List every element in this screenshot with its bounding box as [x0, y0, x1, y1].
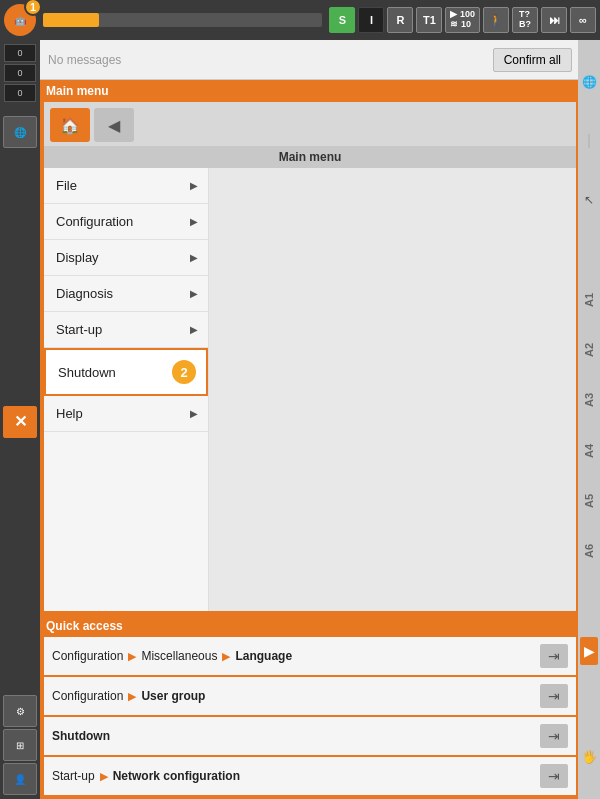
path-usergroup: User group	[141, 689, 205, 703]
menu-item-configuration-label: Configuration	[56, 214, 133, 229]
path-misc: Miscellaneous	[141, 649, 217, 663]
startup-arrow-icon: ▶	[190, 324, 198, 335]
right-label-a5: A5	[583, 494, 595, 508]
toolbar-btn-s[interactable]: S	[329, 7, 355, 33]
quick-access-title: Quick access	[44, 619, 576, 633]
menu-section: Main menu 🏠 ◀ Main menu File ▶ Configura…	[40, 80, 580, 615]
counter-2: 0	[4, 64, 36, 82]
quick-item-shutdown-path: Shutdown	[52, 729, 110, 743]
quick-item-shutdown[interactable]: Shutdown ⇥	[44, 717, 576, 755]
menu-item-startup[interactable]: Start-up ▶	[44, 312, 208, 348]
submenu-area	[209, 168, 576, 611]
right-panel: 🌐 ↖ A1 A2 A3 A4 A5 A6 ▶ 🖐	[578, 40, 600, 799]
quick-item-language-pin[interactable]: ⇥	[540, 644, 568, 668]
diagnosis-arrow-icon: ▶	[190, 288, 198, 299]
quick-item-network[interactable]: Start-up ▶ Network configuration ⇥	[44, 757, 576, 795]
quick-item-usergroup[interactable]: Configuration ▶ User group ⇥	[44, 677, 576, 715]
menu-item-help-label: Help	[56, 406, 83, 421]
right-hand-icon[interactable]: 🖐	[580, 743, 598, 771]
message-text: No messages	[48, 53, 121, 67]
close-btn[interactable]: ✕	[3, 406, 37, 438]
path-shutdown: Shutdown	[52, 729, 110, 743]
counter-1: 0	[4, 44, 36, 62]
chevron-icon-3: ▶	[128, 690, 136, 703]
display-arrow-icon: ▶	[190, 252, 198, 263]
menu-item-help[interactable]: Help ▶	[44, 396, 208, 432]
toolbar-btn-tb[interactable]: T?B?	[512, 7, 538, 33]
toolbar-btn-speed[interactable]: ▶ 100≋ 10	[445, 7, 480, 33]
progress-fill	[43, 13, 99, 27]
quick-item-language[interactable]: Configuration ▶ Miscellaneous ▶ Language…	[44, 637, 576, 675]
quick-items-list: Configuration ▶ Miscellaneous ▶ Language…	[44, 637, 576, 795]
menu-item-startup-label: Start-up	[56, 322, 102, 337]
home-button[interactable]: 🏠	[50, 108, 90, 142]
confirm-all-button[interactable]: Confirm all	[493, 48, 572, 72]
globe-icon-btn[interactable]: 🌐	[3, 116, 37, 148]
counter-3: 0	[4, 84, 36, 102]
right-cursor-icon[interactable]: ↖	[580, 186, 598, 214]
quick-item-network-path: Start-up ▶ Network configuration	[52, 769, 240, 783]
chevron-icon-2: ▶	[222, 650, 230, 663]
back-button[interactable]: ◀	[94, 108, 134, 142]
menu-item-configuration[interactable]: Configuration ▶	[44, 204, 208, 240]
path-language: Language	[235, 649, 292, 663]
settings-icon-btn[interactable]: ⚙	[3, 695, 37, 727]
right-label-a6: A6	[583, 544, 595, 558]
quick-item-network-pin[interactable]: ⇥	[540, 764, 568, 788]
top-toolbar: 🤖 1 S I R T1 ▶ 100≋ 10 🚶 T?B? ⏭ ∞	[0, 0, 600, 40]
quick-item-language-path: Configuration ▶ Miscellaneous ▶ Language	[52, 649, 292, 663]
chevron-icon-4: ▶	[100, 770, 108, 783]
help-arrow-icon: ▶	[190, 408, 198, 419]
toolbar-btn-t1[interactable]: T1	[416, 7, 442, 33]
menu-item-file[interactable]: File ▶	[44, 168, 208, 204]
toolbar-btn-skip[interactable]: ⏭	[541, 7, 567, 33]
toolbar-btn-i[interactable]: I	[358, 7, 384, 33]
message-bar: No messages Confirm all	[40, 40, 580, 80]
menu-item-shutdown-label: Shutdown	[58, 365, 116, 380]
menu-item-display-label: Display	[56, 250, 99, 265]
menu-item-diagnosis[interactable]: Diagnosis ▶	[44, 276, 208, 312]
menu-item-shutdown[interactable]: Shutdown 2	[44, 348, 208, 396]
nav-buttons: 🏠 ◀	[44, 102, 576, 146]
person-icon-btn[interactable]: 👤	[3, 763, 37, 795]
path-startup2: Start-up	[52, 769, 95, 783]
left-sidebar: 0 0 0 🌐 ✕ ⚙ ⊞ 👤	[0, 40, 40, 799]
quick-access-section: Quick access Configuration ▶ Miscellaneo…	[40, 615, 580, 799]
right-play-btn[interactable]: ▶	[580, 637, 598, 665]
toolbar-btn-r[interactable]: R	[387, 7, 413, 33]
menu-section-title: Main menu	[44, 84, 576, 98]
menu-inner: 🏠 ◀ Main menu File ▶ Configuration ▶	[44, 102, 576, 611]
right-label-a2: A2	[583, 343, 595, 357]
grid-icon-btn[interactable]: ⊞	[3, 729, 37, 761]
menu-item-diagnosis-label: Diagnosis	[56, 286, 113, 301]
menu-items-list: File ▶ Configuration ▶ Display ▶ Diagnos…	[44, 168, 209, 611]
chevron-icon-1: ▶	[128, 650, 136, 663]
right-globe-icon[interactable]: 🌐	[580, 68, 598, 96]
path-network: Network configuration	[113, 769, 240, 783]
quick-item-shutdown-pin[interactable]: ⇥	[540, 724, 568, 748]
configuration-arrow-icon: ▶	[190, 216, 198, 227]
menu-item-file-label: File	[56, 178, 77, 193]
menu-item-display[interactable]: Display ▶	[44, 240, 208, 276]
step-badge: 1	[24, 0, 42, 16]
logo-badge: 🤖 1	[4, 4, 36, 36]
toolbar-btn-walk[interactable]: 🚶	[483, 7, 509, 33]
menu-content: File ▶ Configuration ▶ Display ▶ Diagnos…	[44, 168, 576, 611]
progress-bar	[43, 13, 322, 27]
right-label-a3: A3	[583, 393, 595, 407]
toolbar-btn-inf[interactable]: ∞	[570, 7, 596, 33]
path-config: Configuration	[52, 649, 123, 663]
quick-item-usergroup-path: Configuration ▶ User group	[52, 689, 205, 703]
file-arrow-icon: ▶	[190, 180, 198, 191]
quick-item-usergroup-pin[interactable]: ⇥	[540, 684, 568, 708]
main-area: No messages Confirm all Main menu 🏠 ◀ Ma…	[40, 40, 580, 799]
path-config2: Configuration	[52, 689, 123, 703]
right-label-a1: A1	[583, 293, 595, 307]
right-label-a4: A4	[583, 444, 595, 458]
shutdown-step-badge: 2	[172, 360, 196, 384]
menu-title: Main menu	[44, 146, 576, 168]
